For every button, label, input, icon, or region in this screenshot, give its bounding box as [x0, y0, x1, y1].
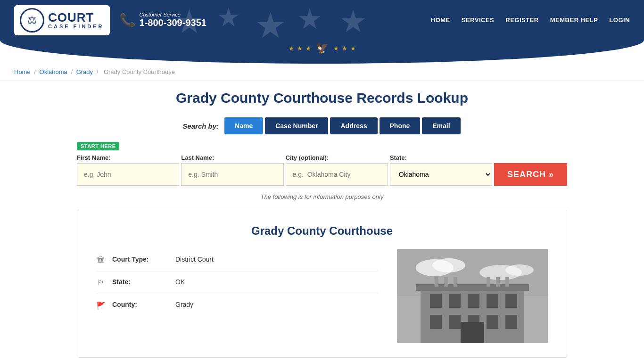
- stars-left: ★ ★ ★: [289, 45, 311, 52]
- svg-rect-13: [430, 315, 442, 329]
- star-icon: ★: [342, 45, 347, 52]
- star-icon: ★: [297, 45, 303, 52]
- state-row: 🏳 State: OK: [96, 272, 378, 294]
- eagle-icon: 🦅: [316, 42, 329, 54]
- tab-phone[interactable]: Phone: [380, 117, 421, 134]
- search-by-label: Search by:: [182, 122, 219, 130]
- nav-home[interactable]: HOME: [431, 16, 450, 24]
- star-icon: ★: [333, 45, 339, 52]
- last-name-field: Last Name:: [181, 154, 283, 186]
- search-by-row: Search by: Name Case Number Address Phon…: [77, 117, 567, 134]
- city-field: City (optional):: [286, 154, 388, 186]
- main-content: Grady County Courthouse Records Lookup S…: [63, 81, 581, 362]
- svg-rect-16: [487, 315, 498, 329]
- svg-point-3: [432, 258, 465, 272]
- courthouse-image: [397, 249, 548, 343]
- first-name-input[interactable]: [77, 163, 179, 186]
- breadcrumb-sep: /: [97, 68, 100, 75]
- state-select[interactable]: AlabamaAlaskaArizonaArkansasCaliforniaCo…: [390, 163, 492, 186]
- tab-case-number[interactable]: Case Number: [265, 117, 328, 134]
- court-details-row: 🏛 Court Type: District Court 🏳 State: OK…: [96, 249, 548, 343]
- court-type-label: Court Type:: [112, 255, 169, 263]
- main-nav: HOME SERVICES REGISTER MEMBER HELP LOGIN: [431, 16, 630, 24]
- star-icon: ★: [255, 5, 286, 40]
- star-icon: ★: [297, 2, 322, 35]
- search-button[interactable]: SEARCH »: [494, 163, 567, 186]
- search-form-container: START HERE First Name: Last Name: City (…: [77, 142, 567, 186]
- last-name-label: Last Name:: [181, 154, 283, 161]
- phone-icon: 📞: [119, 12, 136, 28]
- court-info-box: Grady County Courthouse 🏛 Court Type: Di…: [77, 210, 567, 358]
- county-row: 🚩 County: Grady: [96, 294, 378, 317]
- nav-member-help[interactable]: MEMBER HELP: [550, 16, 598, 24]
- svg-rect-10: [468, 294, 479, 308]
- city-label: City (optional):: [286, 154, 388, 161]
- court-type-row: 🏛 Court Type: District Court: [96, 249, 378, 272]
- county-label: County:: [112, 301, 169, 308]
- court-type-value: District Court: [175, 255, 214, 263]
- breadcrumb-current: Grady County Courthouse: [104, 68, 175, 75]
- county-value: Grady: [175, 301, 193, 308]
- logo-icon: ⚖: [20, 8, 44, 33]
- svg-rect-11: [487, 294, 498, 308]
- logo-subtitle: CASE FINDER: [48, 24, 104, 29]
- breadcrumb-sep: /: [34, 68, 37, 75]
- court-details: 🏛 Court Type: District Court 🏳 State: OK…: [96, 249, 378, 343]
- tab-name[interactable]: Name: [224, 117, 263, 134]
- svg-rect-12: [505, 294, 517, 308]
- nav-services[interactable]: SERVICES: [462, 16, 495, 24]
- search-form: First Name: Last Name: City (optional): …: [77, 154, 567, 186]
- breadcrumb-oklahoma[interactable]: Oklahoma: [40, 68, 67, 75]
- svg-point-5: [505, 264, 534, 276]
- breadcrumb-home[interactable]: Home: [14, 68, 31, 75]
- breadcrumb-grady[interactable]: Grady: [76, 68, 93, 75]
- info-note: The following is for information purpose…: [77, 193, 567, 200]
- court-type-icon: 🏛: [96, 256, 106, 264]
- header-left: ⚖ COURT CASE FINDER 📞 Customer Service 1…: [14, 5, 206, 35]
- cs-text: Customer Service 1-800-309-9351: [140, 12, 206, 28]
- wave-section: ★ ★ ★ 🦅 ★ ★ ★: [0, 40, 644, 64]
- eagle-row: ★ ★ ★ 🦅 ★ ★ ★: [0, 42, 644, 54]
- banner: ★ ★ ★ 🦅 ★ ★ ★: [0, 40, 644, 64]
- nav-register[interactable]: REGISTER: [505, 16, 538, 24]
- svg-rect-21: [454, 277, 457, 287]
- county-icon: 🚩: [96, 301, 106, 310]
- star-icon: ★: [339, 4, 367, 39]
- state-label: State:: [390, 154, 492, 161]
- svg-rect-9: [449, 294, 461, 308]
- star-icon: ★: [289, 45, 294, 52]
- courthouse-svg: [397, 249, 548, 343]
- svg-rect-24: [505, 277, 509, 287]
- star-icon: ★: [305, 45, 311, 52]
- svg-rect-14: [449, 315, 461, 329]
- logo-text: COURT CASE FINDER: [48, 11, 104, 29]
- state-detail-label: State:: [112, 278, 169, 286]
- star-icon: ★: [217, 2, 240, 33]
- state-detail-value: OK: [175, 278, 185, 286]
- svg-rect-8: [430, 294, 442, 308]
- city-input[interactable]: [286, 163, 388, 186]
- header: ★ ★ ★ ★ ★ ⚖ COURT CASE FINDER 📞 Customer…: [0, 0, 644, 40]
- tab-email[interactable]: Email: [422, 117, 460, 134]
- svg-rect-17: [505, 315, 517, 329]
- logo[interactable]: ⚖ COURT CASE FINDER: [14, 5, 110, 35]
- tab-address[interactable]: Address: [330, 117, 377, 134]
- logo-title: COURT: [48, 11, 104, 24]
- court-info-title: Grady County Courthouse: [96, 224, 548, 238]
- star-icon: ★: [350, 45, 356, 52]
- page-title: Grady County Courthouse Records Lookup: [77, 90, 567, 106]
- breadcrumb-sep: /: [71, 68, 74, 75]
- nav-login[interactable]: LOGIN: [609, 16, 630, 24]
- svg-rect-18: [461, 322, 484, 343]
- last-name-input[interactable]: [181, 163, 283, 186]
- first-name-field: First Name:: [77, 154, 179, 186]
- start-here-badge: START HERE: [77, 142, 119, 150]
- state-icon: 🏳: [96, 279, 106, 287]
- first-name-label: First Name:: [77, 154, 179, 161]
- svg-rect-20: [444, 277, 448, 287]
- svg-rect-7: [416, 284, 529, 291]
- svg-rect-22: [487, 277, 490, 287]
- breadcrumb: Home / Oklahoma / Grady / Grady County C…: [0, 64, 644, 81]
- customer-service: 📞 Customer Service 1-800-309-9351: [119, 12, 206, 28]
- cs-phone: 1-800-309-9351: [140, 17, 206, 28]
